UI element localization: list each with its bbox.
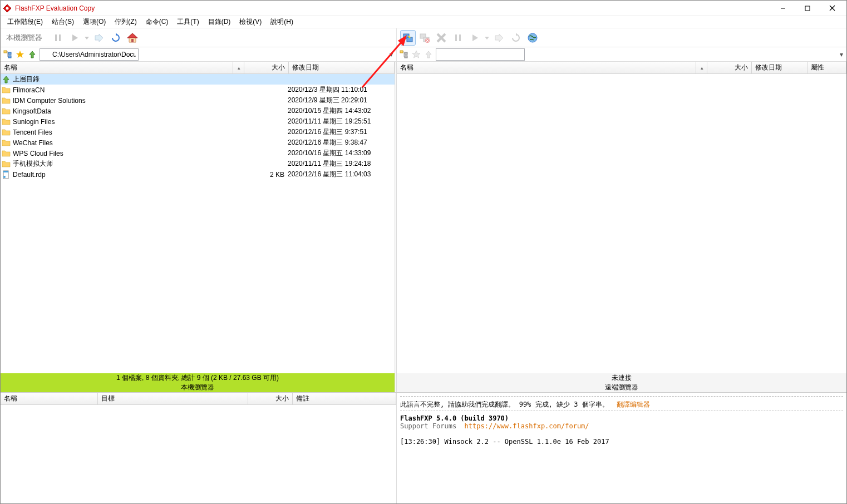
tree-icon[interactable] xyxy=(3,50,13,60)
item-date: 2020/11/11 星期三 19:25:51 xyxy=(288,117,393,126)
local-path-input[interactable] xyxy=(40,48,139,61)
app-icon xyxy=(3,4,12,13)
svg-marker-26 xyxy=(485,37,489,39)
pause-button-remote[interactable] xyxy=(450,30,466,46)
play-button-local[interactable] xyxy=(67,30,82,46)
disconnect-button[interactable] xyxy=(417,30,432,46)
home-button-local[interactable] xyxy=(125,30,140,46)
play-button-remote[interactable] xyxy=(467,30,482,46)
list-item[interactable]: Tencent Files2020/12/16 星期三 9:37:51 xyxy=(1,127,395,137)
abort-button[interactable] xyxy=(434,30,449,46)
folder-icon xyxy=(2,128,11,137)
close-button[interactable] xyxy=(820,1,844,16)
local-list[interactable]: 上層目錄FilmoraCN2020/12/3 星期四 11:10:01IDM C… xyxy=(1,74,395,373)
menu-item[interactable]: 站台(S) xyxy=(47,16,78,28)
toolbar-local: 本機瀏覽器 xyxy=(1,28,397,47)
list-item[interactable]: Default.rdp2 KB2020/12/16 星期三 11:04:03 xyxy=(1,169,395,180)
tree-icon-remote[interactable] xyxy=(399,50,409,60)
queue-pane: 名稱 目標 大小 備註 xyxy=(1,393,397,503)
list-item[interactable]: IDM Computer Solutions2020/12/9 星期三 20:2… xyxy=(1,95,395,106)
list-item[interactable]: FilmoraCN2020/12/3 星期四 11:10:01 xyxy=(1,85,395,95)
col-name[interactable]: 名稱 xyxy=(1,62,233,73)
col-size-remote[interactable]: 大小 xyxy=(707,62,752,73)
menu-item[interactable]: 說明(H) xyxy=(266,16,298,28)
queue-col-target[interactable]: 目標 xyxy=(98,393,248,404)
svg-marker-8 xyxy=(72,34,78,41)
list-item[interactable]: Sunlogin Files2020/11/11 星期三 19:25:51 xyxy=(1,116,395,127)
item-date: 2020/10/16 星期五 14:33:09 xyxy=(288,149,393,158)
col-sort-indicator-remote[interactable]: ▴ xyxy=(696,62,707,73)
item-name: FilmoraCN xyxy=(13,86,243,94)
svg-rect-24 xyxy=(459,34,461,41)
maximize-button[interactable] xyxy=(795,1,820,16)
svg-rect-12 xyxy=(131,39,134,42)
svg-marker-25 xyxy=(472,34,478,41)
svg-rect-3 xyxy=(805,6,810,11)
menu-item[interactable]: 佇列(Z) xyxy=(110,16,141,28)
favorite-icon[interactable] xyxy=(15,50,25,60)
remote-list[interactable] xyxy=(397,74,846,373)
col-date-remote[interactable]: 修改日期 xyxy=(752,62,807,73)
col-sort-indicator[interactable]: ▴ xyxy=(233,62,244,73)
queue-col-size[interactable]: 大小 xyxy=(248,393,293,404)
translate-editor-link[interactable]: 翻譯编辑器 xyxy=(617,401,650,408)
log-forum-line: Support Forums https://www.flashfxp.com/… xyxy=(400,422,843,430)
pause-button-local[interactable] xyxy=(50,30,66,46)
refresh-button-local[interactable] xyxy=(108,30,124,46)
list-item[interactable]: 手机模拟大师2020/11/11 星期三 19:24:18 xyxy=(1,159,395,169)
favorite-icon-remote[interactable] xyxy=(411,50,421,60)
col-attr-remote[interactable]: 屬性 xyxy=(807,62,846,73)
svg-rect-38 xyxy=(405,52,407,55)
remote-path-dropdown-icon[interactable]: ▾ xyxy=(840,51,843,58)
item-name: KingsoftData xyxy=(13,107,243,115)
local-pane: 名稱 ▴ 大小 修改日期 上層目錄FilmoraCN2020/12/3 星期四 … xyxy=(1,62,395,392)
log-pane[interactable]: 此語言不完整, 請協助我們完成翻譯。 99% 完成, 缺少 3 個字串。 翻譯编… xyxy=(397,393,846,503)
path-dropdown-icon[interactable]: ▾ xyxy=(390,51,393,58)
remote-path-input[interactable] xyxy=(436,48,525,61)
up-folder-icon xyxy=(2,75,11,84)
globe-button[interactable] xyxy=(525,30,540,46)
menu-item[interactable]: 工作階段(E) xyxy=(3,16,47,28)
list-item[interactable]: 上層目錄 xyxy=(1,74,395,85)
col-size[interactable]: 大小 xyxy=(244,62,289,73)
menu-item[interactable]: 選項(O) xyxy=(78,16,110,28)
transfer-button-local[interactable] xyxy=(91,30,107,46)
remote-status: 未連接 xyxy=(397,373,846,383)
queue-col-name[interactable]: 名稱 xyxy=(1,393,98,404)
list-item[interactable]: KingsoftData2020/10/15 星期四 14:43:02 xyxy=(1,106,395,116)
minimize-button[interactable] xyxy=(771,1,795,16)
transfer-button-remote[interactable] xyxy=(491,30,507,46)
queue-col-note[interactable]: 備註 xyxy=(293,393,396,404)
up-icon[interactable] xyxy=(27,50,37,60)
log-line: [13:26:30] Winsock 2.2 -- OpenSSL 1.1.0e… xyxy=(400,438,843,446)
forum-link[interactable]: https://www.flashfxp.com/forum/ xyxy=(465,422,589,430)
remote-pane: 名稱 ▴ 大小 修改日期 屬性 未連接 遠端瀏覽器 xyxy=(397,62,846,392)
up-icon-remote[interactable] xyxy=(424,50,434,60)
menubar: 工作階段(E)站台(S)選項(O)佇列(Z)命令(C)工具(T)目錄(D)檢視(… xyxy=(1,16,846,28)
menu-item[interactable]: 檢視(V) xyxy=(235,16,266,28)
play-dropdown-remote[interactable] xyxy=(484,30,490,46)
refresh-button-remote[interactable] xyxy=(508,30,524,46)
item-date: 2020/11/11 星期三 19:24:18 xyxy=(288,159,393,169)
queue-header: 名稱 目標 大小 備註 xyxy=(1,393,396,405)
item-name: Default.rdp xyxy=(13,171,243,179)
list-item[interactable]: WeChat Files2020/12/16 星期三 9:38:47 xyxy=(1,137,395,148)
menu-item[interactable]: 目錄(D) xyxy=(204,16,235,28)
queue-list[interactable] xyxy=(1,405,396,503)
item-size: 2 KB xyxy=(243,171,288,179)
local-browser-label: 本機瀏覽器 xyxy=(4,32,45,44)
item-name: WeChat Files xyxy=(13,139,243,147)
play-dropdown-local[interactable] xyxy=(83,30,90,46)
menu-item[interactable]: 工具(T) xyxy=(173,16,203,28)
item-date: 2020/12/9 星期三 20:29:01 xyxy=(288,96,393,105)
connect-button[interactable] xyxy=(400,30,416,46)
file-icon xyxy=(2,170,11,179)
col-date[interactable]: 修改日期 xyxy=(289,62,395,73)
item-date: 2020/12/16 星期三 9:37:51 xyxy=(288,127,393,137)
svg-rect-42 xyxy=(3,171,8,172)
item-date: 2020/12/16 星期三 11:04:03 xyxy=(288,170,393,179)
list-item[interactable]: WPS Cloud Files2020/10/16 星期五 14:33:09 xyxy=(1,148,395,159)
svg-marker-10 xyxy=(116,33,117,36)
col-name-remote[interactable]: 名稱 xyxy=(397,62,696,73)
menu-item[interactable]: 命令(C) xyxy=(141,16,173,28)
